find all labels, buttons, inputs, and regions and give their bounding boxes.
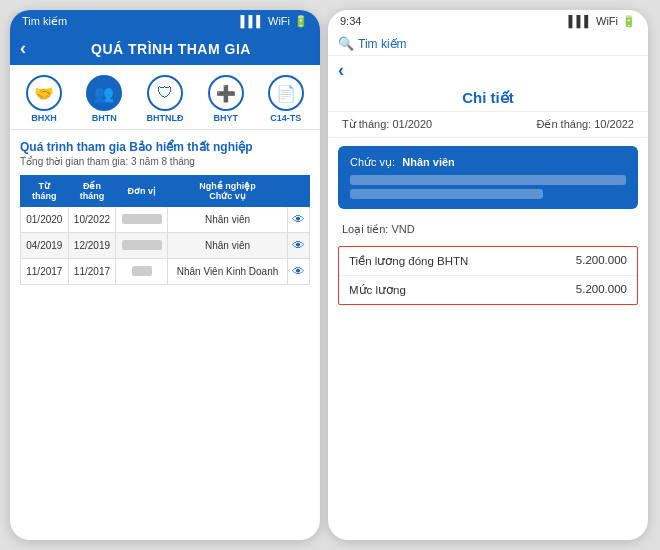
cell-position-1: Nhân viên bbox=[168, 207, 288, 233]
chuc-vu-label: Chức vụ: Nhân viên bbox=[350, 156, 626, 169]
table-row: 11/2017 11/2017 ​ Nhân Viên Kinh Doanh 👁 bbox=[21, 259, 310, 285]
bhtnld-icon: 🛡 bbox=[147, 75, 183, 111]
section-title: Quá trình tham gia Bảo hiểm thất nghiệp bbox=[20, 140, 310, 154]
tab-bhtnld[interactable]: 🛡 BHTNLĐ bbox=[140, 73, 189, 125]
tab-bhyt-label: BHYT bbox=[213, 113, 238, 123]
left-content: Quá trình tham gia Bảo hiểm thất nghiệp … bbox=[10, 130, 320, 540]
date-range-row: Từ tháng: 01/2020 Đến tháng: 10/2022 bbox=[328, 112, 648, 138]
left-signal: ▌▌▌ bbox=[241, 15, 264, 27]
loai-tien-label: Loại tiền: VND bbox=[342, 223, 415, 235]
right-time: 9:34 bbox=[340, 15, 361, 27]
cell-unit-2: ​ bbox=[116, 233, 168, 259]
participation-table: Từtháng Đếntháng Đơn vị Nghề nghiệpChức … bbox=[20, 175, 310, 285]
eye-icon-2: 👁 bbox=[292, 238, 305, 253]
tab-bhxh-label: BHXH bbox=[31, 113, 57, 123]
left-page-title: QUÁ TRÌNH THAM GIA bbox=[32, 41, 310, 57]
cell-to-2: 12/2019 bbox=[68, 233, 116, 259]
cell-position-3: Nhân Viên Kinh Doanh bbox=[168, 259, 288, 285]
cell-from-2: 04/2019 bbox=[21, 233, 69, 259]
detail-card: Chức vụ: Nhân viên bbox=[338, 146, 638, 209]
cell-unit-3: ​ bbox=[116, 259, 168, 285]
left-wifi-icon: WiFi bbox=[268, 15, 290, 27]
right-search-area[interactable]: 🔍 Tim kiếm bbox=[338, 36, 407, 51]
detail-value-1: 5.200.000 bbox=[576, 254, 627, 268]
section-subtitle: Tổng thời gian tham gia: 3 năm 8 tháng bbox=[20, 156, 310, 167]
detail-row-1: Tiền lương đóng BHTN 5.200.000 bbox=[339, 247, 637, 276]
left-status-bar: Tim kiếm ▌▌▌ WiFi 🔋 bbox=[10, 10, 320, 32]
chuc-vu-value: Nhân viên bbox=[402, 156, 455, 168]
card-blurred-row-2 bbox=[350, 189, 543, 199]
right-battery-icon: 🔋 bbox=[622, 15, 636, 28]
detail-table-section: Tiền lương đóng BHTN 5.200.000 Mức lương… bbox=[338, 246, 638, 305]
from-date: Từ tháng: 01/2020 bbox=[342, 118, 432, 131]
magnify-icon: 🔍 bbox=[338, 36, 354, 51]
left-phone: Tim kiếm ▌▌▌ WiFi 🔋 ‹ QUÁ TRÌNH THAM GIA… bbox=[10, 10, 320, 540]
tabs-row: 🤝 BHXH 👥 BHTN 🛡 BHTNLĐ ➕ BHYT 📄 C14-TS bbox=[10, 65, 320, 130]
col-from: Từtháng bbox=[21, 176, 69, 207]
cell-eye-3[interactable]: 👁 bbox=[287, 259, 309, 285]
cell-unit-1: ​ bbox=[116, 207, 168, 233]
col-unit: Đơn vị bbox=[116, 176, 168, 207]
cell-to-3: 11/2017 bbox=[68, 259, 116, 285]
loai-tien-row: Loại tiền: VND bbox=[328, 217, 648, 242]
col-action bbox=[287, 176, 309, 207]
right-wifi-icon: WiFi bbox=[596, 15, 618, 27]
tab-bhyt[interactable]: ➕ BHYT bbox=[202, 73, 250, 125]
tab-bhtn-label: BHTN bbox=[92, 113, 117, 123]
cell-from-3: 11/2017 bbox=[21, 259, 69, 285]
tab-bhxh[interactable]: 🤝 BHXH bbox=[20, 73, 68, 125]
cell-to-1: 10/2022 bbox=[68, 207, 116, 233]
bhxh-icon: 🤝 bbox=[26, 75, 62, 111]
col-position: Nghề nghiệpChức vụ bbox=[168, 176, 288, 207]
right-search-label: Tim kiếm bbox=[358, 37, 407, 51]
detail-label-1: Tiền lương đóng BHTN bbox=[349, 254, 468, 268]
cell-from-1: 01/2020 bbox=[21, 207, 69, 233]
cell-eye-1[interactable]: 👁 bbox=[287, 207, 309, 233]
left-battery-icon: 🔋 bbox=[294, 15, 308, 28]
bhyt-icon: ➕ bbox=[208, 75, 244, 111]
left-top-nav: ‹ QUÁ TRÌNH THAM GIA bbox=[10, 32, 320, 65]
eye-icon-1: 👁 bbox=[292, 212, 305, 227]
tab-c14ts-label: C14-TS bbox=[270, 113, 301, 123]
c14ts-icon: 📄 bbox=[268, 75, 304, 111]
right-signal: ▌▌▌ bbox=[569, 15, 592, 27]
left-back-button[interactable]: ‹ bbox=[20, 38, 26, 59]
right-back-button[interactable]: ‹ bbox=[338, 60, 344, 81]
cell-eye-2[interactable]: 👁 bbox=[287, 233, 309, 259]
tab-c14ts[interactable]: 📄 C14-TS bbox=[262, 73, 310, 125]
detail-value-2: 5.200.000 bbox=[576, 283, 627, 297]
card-blurred-row-1 bbox=[350, 175, 626, 185]
col-to: Đếntháng bbox=[68, 176, 116, 207]
chi-tiet-title: Chi tiết bbox=[328, 81, 648, 112]
right-status-bar: 9:34 ▌▌▌ WiFi 🔋 bbox=[328, 10, 648, 32]
cell-position-2: Nhân viên bbox=[168, 233, 288, 259]
tab-bhtnld-label: BHTNLĐ bbox=[146, 113, 183, 123]
table-row: 01/2020 10/2022 ​ Nhân viên 👁 bbox=[21, 207, 310, 233]
right-content: Từ tháng: 01/2020 Đến tháng: 10/2022 Chứ… bbox=[328, 112, 648, 540]
right-phone: 9:34 ▌▌▌ WiFi 🔋 🔍 Tim kiếm ‹ Chi tiết Từ… bbox=[328, 10, 648, 540]
left-search-label: Tim kiếm bbox=[22, 15, 67, 28]
detail-row-2: Mức lương 5.200.000 bbox=[339, 276, 637, 304]
right-top-nav: 🔍 Tim kiếm bbox=[328, 32, 648, 56]
tab-bhtn[interactable]: 👥 BHTN bbox=[80, 73, 128, 125]
detail-label-2: Mức lương bbox=[349, 283, 406, 297]
to-date: Đến tháng: 10/2022 bbox=[536, 118, 634, 131]
eye-icon-3: 👁 bbox=[292, 264, 305, 279]
table-row: 04/2019 12/2019 ​ Nhân viên 👁 bbox=[21, 233, 310, 259]
bhtn-icon: 👥 bbox=[86, 75, 122, 111]
